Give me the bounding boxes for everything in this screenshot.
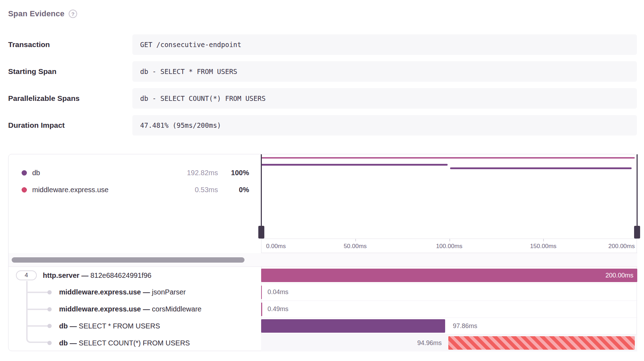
span-evidence-page: Span Evidence ? Transaction GET /consecu… — [0, 0, 644, 361]
legend-duration: 0.53ms — [172, 186, 218, 194]
span-description: SELECT * FROM USERS — [79, 322, 160, 330]
field-label: Starting Span — [8, 67, 132, 76]
span-row-http-server[interactable]: 4 http.server — 812e684624991f96 200.00m… — [8, 267, 637, 284]
time-axis: 0.00ms 50.00ms 100.00ms 150.00ms 200.00m… — [261, 239, 637, 253]
duration-label: 0.04ms — [268, 284, 288, 301]
span-op: middleware.express.use — [59, 288, 141, 296]
transaction-value: GET /consecutive-endpoint — [132, 34, 637, 55]
duration-bar-http-server[interactable]: 200.00ms — [261, 269, 637, 282]
minimap-span-http-server — [261, 157, 635, 159]
duration-bar-corsmiddleware[interactable] — [261, 303, 262, 316]
minimap-right-handle[interactable] — [634, 226, 640, 239]
field-row-transaction: Transaction GET /consecutive-endpoint — [8, 34, 637, 55]
axis-tick — [449, 239, 450, 241]
tree-scrollbar-thumb[interactable] — [12, 257, 245, 263]
legend-dot-db — [22, 170, 27, 176]
axis-label-50ms: 50.00ms — [344, 243, 367, 250]
tree-scrollbar-track — [8, 253, 637, 267]
legend-name: db — [32, 169, 172, 177]
span-row-db-select[interactable]: db — SELECT * FROM USERS 97.86ms — [8, 317, 637, 334]
axis-label-200ms: 200.00ms — [608, 243, 635, 250]
span-row-corsmiddleware[interactable]: middleware.express.use — corsMiddleware … — [8, 301, 637, 318]
span-description: jsonParser — [152, 288, 186, 296]
minimap-legend: db 192.82ms 100% middleware.express.use … — [22, 164, 249, 198]
field-row-starting-span: Starting Span db - SELECT * FROM USERS — [8, 61, 637, 82]
span-separator: — — [70, 322, 79, 330]
trace-minimap[interactable] — [261, 154, 637, 239]
span-description: SELECT COUNT(*) FROM USERS — [79, 339, 190, 347]
duration-label: 0.49ms — [268, 301, 288, 318]
legend-percent: 100% — [218, 169, 249, 177]
parallelizable-spans-value: db - SELECT COUNT(*) FROM USERS — [132, 88, 637, 109]
field-label: Parallelizable Spans — [8, 94, 132, 103]
span-title: db — SELECT COUNT(*) FROM USERS — [59, 339, 190, 347]
span-description: corsMiddleware — [152, 305, 201, 313]
page-title: Span Evidence — [8, 9, 64, 18]
duration-impact-value: 47.481% (95ms/200ms) — [132, 115, 637, 136]
minimap-span-db-1 — [261, 164, 448, 166]
legend-row-middleware[interactable]: middleware.express.use 0.53ms 0% — [22, 181, 249, 198]
field-label: Duration Impact — [8, 121, 132, 130]
span-row-jsonparser[interactable]: middleware.express.use — jsonParser 0.04… — [8, 284, 637, 301]
help-icon[interactable]: ? — [69, 10, 77, 18]
axis-tick — [355, 239, 356, 241]
minimap-right-handle-line — [637, 154, 638, 227]
span-separator: — — [81, 271, 91, 279]
legend-duration: 192.82ms — [172, 169, 218, 177]
span-op: middleware.express.use — [59, 305, 141, 313]
duration-bar-db-count-hatched[interactable] — [448, 336, 635, 350]
legend-name: middleware.express.use — [32, 186, 172, 194]
minimap-left-handle-line — [261, 154, 262, 227]
axis-label-100ms: 100.00ms — [436, 243, 462, 250]
span-op: db — [59, 322, 68, 330]
field-label: Transaction — [8, 40, 132, 49]
duration-label: 94.96ms — [417, 334, 442, 351]
span-title: db — SELECT * FROM USERS — [59, 322, 160, 330]
minimap-span-db-2 — [450, 167, 632, 169]
duration-bar-db-select[interactable] — [261, 319, 445, 333]
span-waterfall-panel: db 192.82ms 100% middleware.express.use … — [8, 154, 637, 351]
axis-label-150ms: 150.00ms — [530, 243, 557, 250]
span-title: middleware.express.use — jsonParser — [59, 288, 186, 296]
span-op: http.server — [43, 271, 79, 279]
minimap-left-handle[interactable] — [258, 226, 264, 239]
starting-span-value: db - SELECT * FROM USERS — [132, 61, 637, 82]
span-separator: — — [143, 305, 152, 313]
span-title: middleware.express.use — corsMiddleware — [59, 305, 201, 313]
span-title: http.server — 812e684624991f96 — [43, 271, 151, 280]
span-separator: — — [143, 288, 152, 296]
field-row-parallelizable-spans: Parallelizable Spans db - SELECT COUNT(*… — [8, 88, 637, 109]
legend-percent: 0% — [218, 186, 249, 194]
duration-label: 97.86ms — [453, 317, 477, 334]
span-row-db-count[interactable]: db — SELECT COUNT(*) FROM USERS 94.96ms — [8, 334, 637, 351]
axis-label-0ms: 0.00ms — [266, 243, 286, 250]
span-description: 812e684624991f96 — [91, 271, 151, 279]
legend-dot-middleware — [22, 187, 27, 193]
duration-bar-jsonparser[interactable] — [261, 286, 262, 299]
span-separator: — — [70, 339, 79, 347]
duration-label: 200.00ms — [605, 272, 633, 279]
span-op: db — [59, 339, 68, 347]
axis-tick — [543, 239, 544, 241]
legend-row-db[interactable]: db 192.82ms 100% — [22, 164, 249, 181]
field-row-duration-impact: Duration Impact 47.481% (95ms/200ms) — [8, 115, 637, 136]
section-header: Span Evidence ? — [8, 9, 77, 18]
